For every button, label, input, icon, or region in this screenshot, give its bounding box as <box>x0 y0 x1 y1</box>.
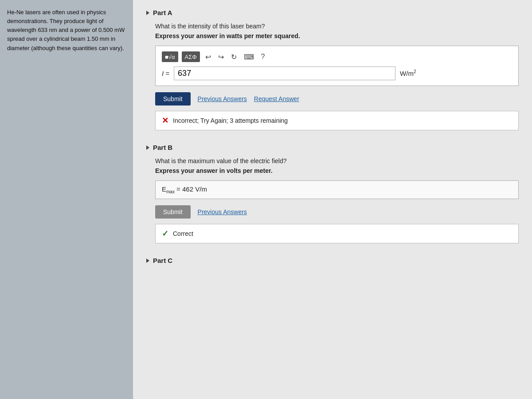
greek-icon: ΑΣΦ <box>185 54 197 60</box>
part-b-instruction: Express your answer in volts per meter. <box>155 167 519 174</box>
part-a-input-row: I = W/m2 <box>162 66 512 80</box>
part-b-status-text: Correct <box>173 230 193 237</box>
part-a-header: Part A <box>146 9 519 16</box>
keyboard-icon[interactable]: ⌨ <box>242 52 256 62</box>
part-a-question: What is the intensity of this laser beam… <box>155 23 519 30</box>
part-a-submit-button[interactable]: Submit <box>155 92 191 106</box>
part-a-unit: W/m2 <box>400 69 416 77</box>
part-c-arrow-icon[interactable] <box>146 258 149 263</box>
redo-icon[interactable]: ↪ <box>216 52 226 62</box>
sidebar-description: He-Ne lasers are often used in physics d… <box>7 8 126 53</box>
greek-button[interactable]: ΑΣΦ <box>182 51 200 62</box>
part-a-request-answer-link[interactable]: Request Answer <box>254 95 299 102</box>
formula-button[interactable]: ■√α <box>162 51 178 62</box>
sidebar: He-Ne lasers are often used in physics d… <box>0 0 133 399</box>
part-a-instruction: Express your answer in watts per meter s… <box>155 32 519 39</box>
part-b-emax-value: Emax = 462 V/m <box>162 185 207 193</box>
part-b-title: Part B <box>153 144 172 151</box>
part-a-title: Part A <box>153 9 172 16</box>
part-a-section: Part A What is the intensity of this las… <box>146 9 519 130</box>
part-a-input-label: I = <box>162 70 169 77</box>
help-icon[interactable]: ? <box>259 52 267 62</box>
part-a-answer-box: ■√α ΑΣΦ ↩ ↪ ↻ ⌨ ? I = W/m2 <box>155 46 519 86</box>
incorrect-icon: ✕ <box>162 116 168 125</box>
part-b-status-box: ✓ Correct <box>155 224 519 243</box>
formula-icon: ■√α <box>165 54 175 60</box>
part-a-toolbar: ■√α ΑΣΦ ↩ ↪ ↻ ⌨ ? <box>162 51 512 62</box>
part-a-input[interactable] <box>174 66 395 80</box>
part-a-prev-answers-link[interactable]: Previous Answers <box>198 95 247 102</box>
part-a-body: What is the intensity of this laser beam… <box>146 23 519 130</box>
part-a-status-box: ✕ Incorrect; Try Again; 3 attempts remai… <box>155 111 519 130</box>
part-c-title: Part C <box>153 257 172 264</box>
correct-icon: ✓ <box>162 229 168 239</box>
part-b-header: Part B <box>146 144 519 151</box>
main-content: Part A What is the intensity of this las… <box>133 0 532 399</box>
part-b-prev-answers-link[interactable]: Previous Answers <box>198 208 247 215</box>
refresh-icon[interactable]: ↻ <box>229 52 239 62</box>
part-b-submit-row: Submit Previous Answers <box>155 205 519 219</box>
part-a-submit-row: Submit Previous Answers Request Answer <box>155 92 519 106</box>
part-b-body: What is the maximum value of the electri… <box>146 157 519 243</box>
part-b-question: What is the maximum value of the electri… <box>155 157 519 164</box>
undo-icon[interactable]: ↩ <box>203 52 213 62</box>
part-c-header: Part C <box>146 257 519 264</box>
part-b-submit-button[interactable]: Submit <box>155 205 191 219</box>
part-b-section: Part B What is the maximum value of the … <box>146 144 519 243</box>
part-b-emax-box: Emax = 462 V/m <box>155 180 519 199</box>
part-a-status-text: Incorrect; Try Again; 3 attempts remaini… <box>173 117 288 124</box>
part-b-arrow-icon[interactable] <box>146 145 149 150</box>
part-a-arrow-icon[interactable] <box>146 11 149 15</box>
part-c-section: Part C <box>146 257 519 264</box>
